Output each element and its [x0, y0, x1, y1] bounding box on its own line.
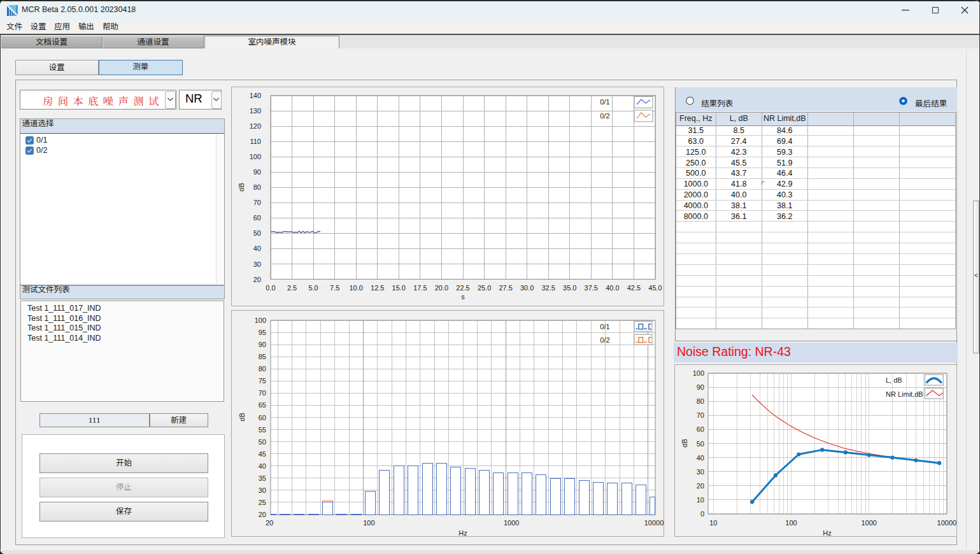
svg-text:20: 20	[266, 519, 273, 527]
svg-text:60: 60	[697, 425, 704, 433]
svg-text:80: 80	[697, 397, 704, 405]
svg-text:NR Limit,dB: NR Limit,dB	[886, 390, 923, 398]
svg-text:35.0: 35.0	[563, 284, 576, 292]
svg-text:L, dB: L, dB	[886, 376, 902, 384]
svg-text:100: 100	[363, 519, 374, 527]
svg-text:60: 60	[259, 414, 266, 422]
svg-text:90: 90	[253, 168, 261, 176]
svg-text:40.0: 40.0	[606, 284, 619, 292]
svg-text:1000: 1000	[861, 519, 876, 527]
svg-text:80: 80	[253, 183, 261, 191]
svg-text:130: 130	[250, 107, 261, 115]
svg-text:0.0: 0.0	[266, 284, 275, 292]
svg-text:10000: 10000	[644, 519, 664, 527]
svg-text:42.5: 42.5	[627, 284, 641, 292]
svg-text:dB: dB	[238, 413, 246, 421]
svg-text:25: 25	[259, 499, 266, 506]
svg-text:10.0: 10.0	[349, 284, 362, 292]
svg-text:27.5: 27.5	[499, 284, 512, 292]
svg-text:85: 85	[259, 353, 266, 360]
svg-text:100: 100	[693, 369, 704, 377]
svg-text:40: 40	[259, 462, 266, 470]
svg-text:17.5: 17.5	[413, 284, 427, 292]
svg-text:2.5: 2.5	[287, 284, 297, 292]
svg-text:20: 20	[259, 511, 266, 518]
svg-text:30: 30	[697, 468, 704, 476]
svg-text:0/1: 0/1	[600, 323, 609, 330]
svg-text:75: 75	[259, 377, 266, 385]
svg-text:90: 90	[259, 341, 266, 348]
svg-text:1000: 1000	[504, 519, 519, 527]
svg-text:0: 0	[700, 510, 704, 518]
svg-text:25.0: 25.0	[478, 284, 491, 292]
svg-text:10: 10	[697, 496, 704, 504]
svg-text:10000: 10000	[937, 519, 957, 527]
svg-text:65: 65	[259, 401, 266, 409]
svg-text:dB: dB	[238, 183, 245, 191]
svg-text:120: 120	[250, 122, 261, 130]
svg-text:Hz: Hz	[458, 529, 467, 537]
svg-text:22.5: 22.5	[456, 284, 469, 292]
svg-text:55: 55	[259, 426, 266, 434]
svg-text:40: 40	[253, 245, 261, 252]
svg-text:dB: dB	[681, 439, 688, 447]
svg-text:20: 20	[697, 482, 704, 490]
svg-text:30: 30	[259, 487, 266, 494]
svg-text:90: 90	[697, 383, 704, 391]
svg-text:40: 40	[697, 454, 704, 462]
svg-text:5.0: 5.0	[308, 284, 318, 292]
svg-text:45: 45	[259, 450, 266, 458]
svg-text:10: 10	[709, 519, 717, 527]
svg-text:20.0: 20.0	[435, 284, 448, 292]
svg-text:100: 100	[250, 153, 261, 160]
svg-text:70: 70	[253, 199, 261, 206]
svg-text:15.0: 15.0	[392, 284, 406, 292]
svg-text:50: 50	[697, 440, 704, 448]
svg-text:Hz: Hz	[823, 529, 831, 537]
svg-text:50: 50	[253, 229, 261, 237]
svg-text:30: 30	[253, 260, 261, 268]
svg-text:60: 60	[253, 214, 261, 222]
svg-text:20: 20	[253, 276, 261, 283]
svg-text:32.5: 32.5	[541, 284, 555, 292]
svg-text:30.0: 30.0	[520, 284, 534, 292]
svg-text:95: 95	[259, 329, 266, 336]
svg-text:50: 50	[259, 438, 266, 446]
svg-text:70: 70	[259, 389, 266, 397]
svg-text:0/2: 0/2	[600, 336, 609, 344]
svg-text:140: 140	[250, 92, 261, 99]
svg-text:100: 100	[785, 519, 797, 527]
svg-text:100: 100	[255, 316, 266, 324]
svg-text:110: 110	[250, 138, 261, 145]
svg-text:0/2: 0/2	[600, 112, 609, 120]
svg-text:0/1: 0/1	[600, 98, 609, 106]
svg-text:s: s	[461, 293, 465, 301]
svg-text:37.5: 37.5	[585, 284, 598, 292]
svg-text:70: 70	[697, 411, 704, 419]
svg-text:80: 80	[259, 365, 266, 373]
svg-text:35: 35	[259, 474, 266, 482]
svg-text:7.5: 7.5	[330, 284, 339, 292]
svg-text:12.5: 12.5	[371, 284, 384, 292]
svg-text:45.0: 45.0	[648, 284, 662, 292]
